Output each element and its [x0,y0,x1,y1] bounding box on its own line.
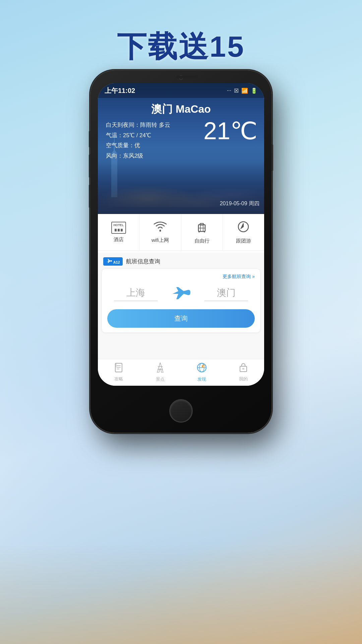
flight-section: A12 航班信息查询 更多航班查询 » 上海 [98,253,264,359]
weather-temp-range: 气温：25℃ / 24℃ [106,130,170,141]
attractions-icon [156,363,164,375]
plane-icon-large [171,286,191,300]
discover-svg-icon: 发 [197,363,207,373]
bottom-gradient [0,543,362,644]
tab-attractions[interactable]: 景点 [139,359,181,386]
status-icons: ··· ☒ 📶 🔋 [227,88,257,94]
guide-icon [114,363,123,375]
flight-from-city[interactable]: 上海 [114,286,158,301]
weather-info-left: 白天到夜间：阵雨转 多云 气温：25℃ / 24℃ 空气质量：优 风向：东风2级 [106,120,170,161]
free-travel-label: 自由行 [194,238,209,244]
weather-air-quality: 空气质量：优 [106,141,170,151]
tab-attractions-label: 景点 [156,376,165,382]
svg-point-6 [198,231,200,232]
status-time: 上午11:02 [105,86,135,95]
flight-route-row: 上海 澳门 [107,286,255,301]
hotel-icon: HOTEL [111,222,126,234]
signal-icon: ··· [227,88,231,94]
top-banner: 下载送15 [0,27,362,67]
tab-discover[interactable]: 发 发现 [181,359,223,386]
hotel-window-2 [118,229,120,231]
volume-up-button [89,154,90,178]
flight-header-text: 航班信息查询 [126,258,160,265]
nav-wifi[interactable]: wifi上网 [139,214,181,251]
weather-date: 2019-05-09 周四 [220,200,259,207]
phone-device: 上午11:02 ··· ☒ 📶 🔋 澳门 MaCao 白天到夜间：阵雨转 多云 … [90,70,272,433]
hotel-building-icon: HOTEL [111,222,126,234]
flight-header: A12 航班信息查询 [98,253,264,269]
nav-icons-row: HOTEL 酒店 [98,214,264,251]
weather-city-name: 澳门 MaCao [98,102,264,117]
hotel-text-icon: HOTEL [113,223,124,227]
phone-screen: 上午11:02 ··· ☒ 📶 🔋 澳门 MaCao 白天到夜间：阵雨转 多云 … [98,83,264,386]
wifi-svg [154,221,167,232]
nav-hotel[interactable]: HOTEL 酒店 [98,214,139,251]
discover-icon: 发 [197,363,207,375]
luggage-svg [196,221,208,233]
weather-current-temp: 21℃ [203,117,257,145]
flight-header-icon: A12 [103,257,123,266]
wifi-icon [154,221,167,235]
sim-icon: ☒ [234,88,239,94]
tab-guide-label: 攻略 [114,376,123,382]
flight-plane-icon [171,286,191,301]
luggage-icon [196,221,208,236]
tab-mine-label: 我的 [239,376,248,382]
battery-icon: 🔋 [251,88,257,94]
svg-rect-24 [242,368,244,370]
svg-text:发: 发 [202,365,205,368]
bottom-tab-bar: 攻略 景点 [98,359,264,386]
power-button [272,144,273,171]
home-button[interactable] [169,399,193,423]
eiffel-svg-icon [156,363,164,373]
flight-search-box: 更多航班查询 » 上海 澳门 查询 [102,269,260,332]
status-bar: 上午11:02 ··· ☒ 📶 🔋 [98,83,264,98]
group-tour-svg [237,221,249,233]
mine-icon [239,363,248,375]
nav-group-tour[interactable]: 跟团游 [223,214,264,251]
tab-mine[interactable]: 我的 [223,359,264,386]
mute-button [89,131,90,148]
group-tour-icon [237,221,249,236]
flight-a12-text: A12 [113,260,120,264]
weather-section: 上午11:02 ··· ☒ 📶 🔋 澳门 MaCao 白天到夜间：阵雨转 多云 … [98,83,264,214]
plane-small-icon [106,259,112,263]
phone-shell: 上午11:02 ··· ☒ 📶 🔋 澳门 MaCao 白天到夜间：阵雨转 多云 … [90,70,272,433]
flight-more-link[interactable]: 更多航班查询 » [107,274,255,280]
flight-to-city[interactable]: 澳门 [204,286,248,301]
guide-svg-icon [114,363,123,372]
svg-marker-9 [241,223,243,228]
svg-point-7 [204,231,205,232]
svg-rect-15 [115,363,117,367]
mine-svg-icon [239,363,248,372]
hotel-window-1 [115,229,117,231]
tab-discover-label: 发现 [197,376,206,382]
group-tour-label: 跟团游 [236,238,251,244]
wifi-label: wifi上网 [152,237,169,244]
svg-point-0 [159,230,161,232]
wifi-status-icon: 📶 [241,88,248,94]
banner-text: 下载送15 [117,30,245,63]
weather-wind: 风向：东风2级 [106,151,170,161]
volume-down-button [89,184,90,208]
tab-guide[interactable]: 攻略 [98,359,139,386]
speaker [176,76,196,78]
nav-free-travel[interactable]: 自由行 [181,214,223,251]
hotel-label: 酒店 [114,236,124,243]
hotel-window-3 [121,229,123,231]
weather-description: 白天到夜间：阵雨转 多云 [106,120,170,130]
flight-query-button[interactable]: 查询 [107,309,255,328]
